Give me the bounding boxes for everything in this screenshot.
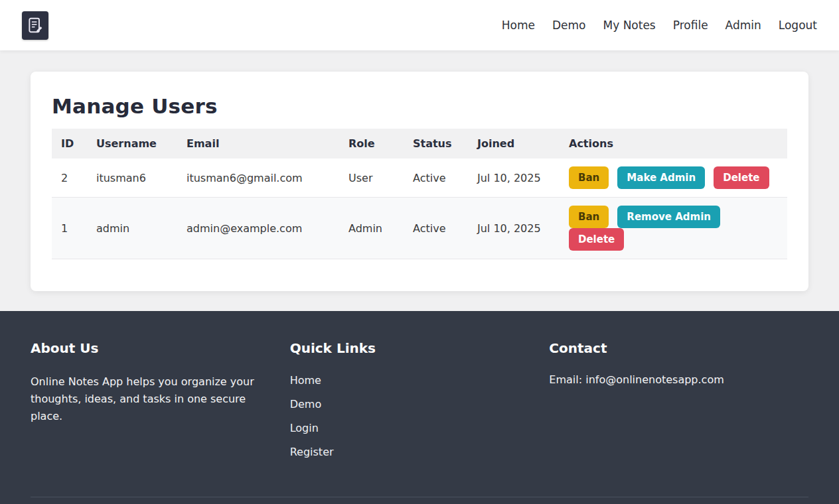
nav-my-notes[interactable]: My Notes <box>603 19 656 32</box>
col-header-status: Status <box>404 129 468 158</box>
footer-link-login[interactable]: Login <box>290 421 550 435</box>
table-row: 1 admin admin@example.com Admin Active J… <box>52 198 787 259</box>
table-header-row: ID Username Email Role Status Joined Act… <box>52 129 787 158</box>
make-admin-button[interactable]: Make Admin <box>617 166 705 189</box>
ban-button[interactable]: Ban <box>569 166 609 189</box>
remove-admin-button[interactable]: Remove Admin <box>617 206 720 228</box>
footer-about-text: Online Notes App helps you organize your… <box>31 373 260 425</box>
col-header-email: Email <box>177 129 339 158</box>
footer-quick-links-title: Quick Links <box>290 340 550 356</box>
cell-actions: Ban Make Admin Delete <box>560 158 787 198</box>
cell-username: admin <box>87 198 177 259</box>
copyright-text: © 2025 Online Notes App. All rights rese… <box>31 497 808 504</box>
footer-quick-links-section: Quick Links Home Demo Login Register <box>290 340 550 469</box>
cell-joined: Jul 10, 2025 <box>468 198 560 259</box>
table-row: 2 itusman6 itusman6@gmail.com User Activ… <box>52 158 787 198</box>
cell-email: admin@example.com <box>177 198 339 259</box>
col-header-joined: Joined <box>468 129 560 158</box>
nav-demo[interactable]: Demo <box>552 19 586 32</box>
cell-role: User <box>339 158 404 198</box>
main-content: Manage Users ID Username Email Role Stat… <box>0 50 839 311</box>
col-header-actions: Actions <box>560 129 787 158</box>
col-header-role: Role <box>339 129 404 158</box>
col-header-id: ID <box>52 129 87 158</box>
cell-status: Active <box>404 198 468 259</box>
page-title: Manage Users <box>52 94 787 118</box>
footer-about-section: About Us Online Notes App helps you orga… <box>31 340 290 469</box>
cell-email: itusman6@gmail.com <box>177 158 339 198</box>
footer-contact-title: Contact <box>549 340 808 356</box>
footer-about-title: About Us <box>31 340 290 356</box>
cell-id: 1 <box>52 198 87 259</box>
main-nav: Home Demo My Notes Profile Admin Logout <box>502 19 817 32</box>
col-header-username: Username <box>87 129 177 158</box>
nav-home[interactable]: Home <box>502 19 535 32</box>
delete-button[interactable]: Delete <box>569 228 624 251</box>
footer-contact-section: Contact Email: info@onlinenotesapp.com <box>549 340 808 469</box>
cell-status: Active <box>404 158 468 198</box>
footer-link-demo[interactable]: Demo <box>290 397 550 411</box>
cell-actions: Ban Remove Admin Delete <box>560 198 787 259</box>
users-table: ID Username Email Role Status Joined Act… <box>52 129 787 259</box>
nav-logout[interactable]: Logout <box>779 19 817 32</box>
app-logo[interactable] <box>22 11 48 40</box>
nav-profile[interactable]: Profile <box>673 19 708 32</box>
top-navbar: Home Demo My Notes Profile Admin Logout <box>0 0 839 50</box>
delete-button[interactable]: Delete <box>714 166 769 189</box>
cell-role: Admin <box>339 198 404 259</box>
footer-link-register[interactable]: Register <box>290 445 550 459</box>
cell-id: 2 <box>52 158 87 198</box>
footer-link-home[interactable]: Home <box>290 373 550 387</box>
nav-admin[interactable]: Admin <box>725 19 761 32</box>
footer-contact-email: Email: info@onlinenotesapp.com <box>549 373 808 386</box>
ban-button[interactable]: Ban <box>569 206 609 228</box>
cell-joined: Jul 10, 2025 <box>468 158 560 198</box>
page-footer: About Us Online Notes App helps you orga… <box>0 311 839 504</box>
manage-users-card: Manage Users ID Username Email Role Stat… <box>31 72 808 291</box>
cell-username: itusman6 <box>87 158 177 198</box>
note-pencil-icon <box>27 17 44 34</box>
